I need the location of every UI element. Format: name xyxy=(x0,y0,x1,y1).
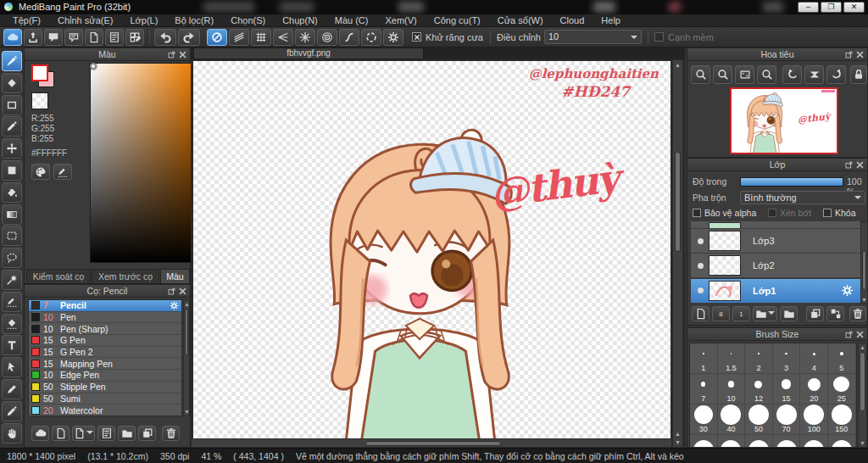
brush-delete-button[interactable] xyxy=(162,426,180,441)
brush-size-cell[interactable]: 10 xyxy=(718,374,746,404)
menu-item[interactable]: Công cụ(T) xyxy=(426,14,488,27)
close-icon[interactable] xyxy=(178,287,187,296)
snap-concentric-button[interactable] xyxy=(317,29,337,46)
select-rect-tool[interactable] xyxy=(2,226,22,246)
brush-script-button[interactable] xyxy=(97,426,115,441)
close-icon[interactable] xyxy=(855,160,865,170)
popout-icon[interactable] xyxy=(844,330,854,339)
redo-button[interactable] xyxy=(178,29,200,46)
rotate-left-button[interactable] xyxy=(782,65,802,84)
close-button[interactable]: ✕ xyxy=(843,2,865,13)
lock-button[interactable] xyxy=(850,65,867,84)
brush-row[interactable]: 15G Pen xyxy=(29,335,181,347)
document-button[interactable] xyxy=(85,29,103,46)
snap-curve-button[interactable] xyxy=(339,29,359,46)
brush-row[interactable]: 15G Pen 2 xyxy=(29,347,181,359)
brush-cloud-button[interactable] xyxy=(31,426,49,441)
brush-row[interactable]: 10Edge Pen xyxy=(29,370,181,382)
foreground-color-swatch[interactable] xyxy=(31,64,48,81)
lock-checkbox[interactable] xyxy=(823,209,832,217)
palette-button[interactable] xyxy=(31,164,50,180)
popout-icon[interactable] xyxy=(167,287,176,296)
material-grid-button[interactable] xyxy=(125,29,144,46)
brush-row[interactable]: 7Pencil xyxy=(29,300,181,312)
menu-item[interactable]: Cửa sổ(W) xyxy=(490,14,551,27)
layer-row[interactable]: Lớp3 xyxy=(691,229,860,254)
snap-grid-button[interactable] xyxy=(251,29,271,46)
gear-icon[interactable] xyxy=(170,301,179,310)
brush-list-scrollbar[interactable]: ▲ ▼ xyxy=(183,299,190,416)
lasso-tool[interactable] xyxy=(2,248,22,268)
snap-ring-button[interactable] xyxy=(361,29,381,46)
brush-size-cell[interactable]: 70 xyxy=(773,404,801,435)
layer-visibility-dot[interactable] xyxy=(698,287,704,293)
brush-size-cell[interactable] xyxy=(828,435,856,448)
close-icon[interactable] xyxy=(855,50,865,59)
gradient-tool[interactable] xyxy=(2,204,22,225)
brush-size-cell[interactable]: 7 xyxy=(690,374,718,404)
popout-icon[interactable] xyxy=(844,50,854,59)
alpha-protect-checkbox[interactable] xyxy=(693,209,701,217)
artboard[interactable]: @lephuonghaitien #HĐ247 @thuỳ xyxy=(193,61,670,438)
brush-size-cell[interactable]: 2 xyxy=(745,343,773,374)
menu-item[interactable]: Lớp(L) xyxy=(122,14,165,27)
antialias-checkbox[interactable] xyxy=(412,32,421,42)
snap-radial-button[interactable] xyxy=(295,29,315,46)
move-tool[interactable] xyxy=(2,138,22,159)
menu-item[interactable]: Chỉnh sửa(E) xyxy=(50,14,120,27)
brush-size-scrollbar[interactable]: ▲ ▼ xyxy=(858,343,867,448)
zoom-in-button[interactable] xyxy=(713,65,732,84)
menu-item[interactable]: Chọn(S) xyxy=(223,14,273,27)
comment-button[interactable] xyxy=(44,29,63,46)
bucket-tool[interactable] xyxy=(2,182,22,203)
layer-row[interactable]: Lớp1 xyxy=(691,279,860,304)
brush-size-cell[interactable]: 50 xyxy=(745,404,773,435)
layer-add-8bit-button[interactable]: 8 xyxy=(712,306,730,321)
canvas-hscrollbar[interactable] xyxy=(191,438,672,448)
brush-row[interactable]: 15Mapping Pen xyxy=(29,358,181,370)
blend-dropdown[interactable]: Bình thường xyxy=(740,191,865,204)
maximize-button[interactable]: ❐ xyxy=(821,2,842,13)
brush-row[interactable]: 50Sumi xyxy=(29,393,181,405)
hand-tool[interactable] xyxy=(2,423,22,443)
layer-add-button[interactable] xyxy=(692,306,709,321)
brush-row[interactable]: 20Watercolor xyxy=(29,404,181,416)
color-picker-square[interactable] xyxy=(90,63,194,263)
div-tool[interactable] xyxy=(2,401,22,421)
popout-icon[interactable] xyxy=(167,50,176,59)
snap-off-button[interactable] xyxy=(207,29,227,46)
soft-edge-checkbox[interactable] xyxy=(654,32,664,42)
brush-import-button[interactable] xyxy=(72,426,95,441)
layer-delete-button[interactable] xyxy=(849,306,866,321)
layer-row-partial[interactable] xyxy=(691,221,860,229)
brush-size-cell[interactable] xyxy=(773,435,801,448)
adjust-dropdown[interactable]: 10 xyxy=(544,30,642,44)
brush-size-cell[interactable]: 15 xyxy=(773,374,801,404)
operation-tool[interactable] xyxy=(2,357,22,377)
rotate-right-button[interactable] xyxy=(826,65,846,84)
select-pen-tool[interactable] xyxy=(2,292,22,312)
menu-item[interactable]: Chụp(N) xyxy=(275,14,326,27)
shape-brush-tool[interactable] xyxy=(2,95,22,115)
tab-color[interactable]: Màu xyxy=(160,269,190,283)
menu-item[interactable]: Help xyxy=(593,14,628,27)
menu-item[interactable]: Màu (C) xyxy=(327,14,376,27)
menu-item[interactable]: Xem(V) xyxy=(377,14,424,27)
brush-size-cell[interactable]: 5 xyxy=(828,343,856,374)
brush-size-cell[interactable]: 25 xyxy=(828,374,856,404)
palette-add-button[interactable] xyxy=(53,164,72,180)
minimize-button[interactable]: – xyxy=(798,2,819,13)
close-icon[interactable] xyxy=(855,330,865,339)
brush-folder-button[interactable] xyxy=(118,426,136,441)
opacity-slider[interactable] xyxy=(740,177,843,187)
canvas-vscrollbar[interactable]: ▲ ▲ ▼ xyxy=(672,59,683,448)
canvas-tab[interactable]: fbhvvgf.png xyxy=(193,47,424,59)
gear-icon[interactable] xyxy=(841,284,854,297)
navigator-thumbnail[interactable]: @thuỳ xyxy=(730,87,838,154)
magic-wand-tool[interactable] xyxy=(2,270,22,290)
layer-folder-add-button[interactable] xyxy=(753,306,777,321)
brush-size-cell[interactable]: 1.5 xyxy=(718,343,746,374)
brush-duplicate-button[interactable] xyxy=(138,426,156,441)
menu-item[interactable]: Tệp(F) xyxy=(5,14,48,27)
snap-settings-button[interactable] xyxy=(383,29,403,46)
